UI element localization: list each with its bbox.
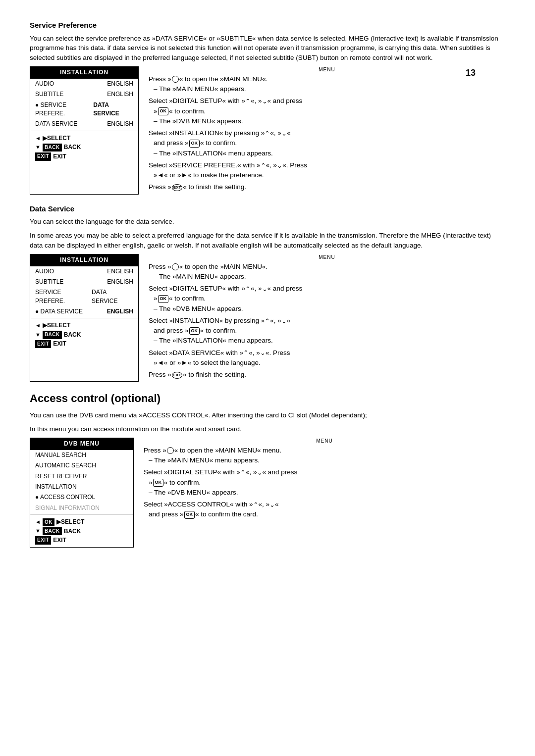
- instr-3-2: Select »DIGITAL SETUP« with »⌃«, »⌄« and…: [144, 467, 505, 498]
- instr-3-3: Select »ACCESS CONTROL« with »⌃«, »⌄« an…: [144, 500, 505, 520]
- data-service-section: Data Service You can select the language…: [30, 203, 505, 382]
- arrow-down-icon-6: ⌄: [260, 348, 266, 358]
- data-service-content: INSTALLATION AUDIO ENGLISH SUBTITLE ENGL…: [30, 254, 505, 382]
- dvb-menu-box: DVB MENU MANUAL SEARCH AUTOMATIC SEARCH …: [30, 438, 134, 548]
- arrow-up-icon-6: ⌃: [243, 348, 249, 358]
- instr-2-3: Select »INSTALLATION« by pressing »⌃«, »…: [149, 316, 505, 346]
- access-control-content: DVB MENU MANUAL SEARCH AUTOMATIC SEARCH …: [30, 438, 505, 548]
- page-number: 13: [466, 66, 476, 79]
- ok-icon-4: OK: [189, 327, 200, 335]
- menu-button-icon-3: [167, 447, 174, 454]
- arrow-down-icon-2: ⌄: [281, 129, 287, 139]
- instr-3-1: Press »« to open the »MAIN MENU« menu. –…: [144, 446, 505, 466]
- instructions-1: MENU Press »« to open the »MAIN MENU«. –…: [149, 66, 505, 194]
- arrow-down-icon-8: ⌄: [269, 500, 275, 510]
- instr-1-1: Press »« to open the »MAIN MENU«. – The …: [149, 74, 505, 95]
- menu-row-data-service-1: DATA SERVICE ENGLISH: [30, 119, 138, 129]
- menu-button-icon-2: [172, 263, 179, 270]
- instr-2-1: Press »« to open the »MAIN MENU«. – The …: [149, 262, 505, 282]
- arrow-down-icon-5: ⌄: [281, 316, 287, 326]
- menu-row-service-pref-2: SERVICE PREFERE. DATA SERVICE: [30, 287, 138, 306]
- instructions-3: MENU Press »« to open the »MAIN MENU« me…: [144, 438, 505, 548]
- data-service-body2: In some areas you may be able to select …: [30, 231, 505, 250]
- arrow-up-icon-1: ⌃: [245, 97, 251, 106]
- service-preference-section: Service Preference You can select the se…: [30, 20, 505, 195]
- instr-1-5: Press »EXT« to finish the setting.: [149, 182, 505, 192]
- instr-2-4: Select »DATA SERVICE« with »⌃«, »⌄«. Pre…: [149, 348, 505, 368]
- access-control-body2: In this menu you can access information …: [30, 424, 505, 434]
- menu-row-data-service-2: ● DATA SERVICE ENGLISH: [30, 306, 138, 317]
- nav-section-1: ◄ ▶SELECT ▼ BACK BACK EXIT EXIT: [30, 132, 138, 163]
- arrow-down-icon-4: ⌄: [262, 284, 268, 294]
- menu-row-subtitle-2: SUBTITLE ENGLISH: [30, 277, 138, 287]
- page-content: Service Preference You can select the se…: [30, 20, 505, 548]
- service-preference-title: Service Preference: [30, 20, 505, 31]
- menu-row-audio-1: AUDIO ENGLISH: [30, 79, 138, 89]
- ok-icon-3: OK: [158, 295, 169, 303]
- arrow-up-icon-5: ⌃: [265, 316, 270, 326]
- menu-row-audio-2: AUDIO ENGLISH: [30, 266, 138, 277]
- menu-row-signal-info: SIGNAL INFORMATION: [30, 503, 133, 513]
- menu-row-access-control: ● ACCESS CONTROL: [30, 492, 133, 503]
- access-control-title: Access control (optional): [30, 391, 505, 406]
- arrow-down-icon-3: ⌄: [277, 161, 282, 171]
- instructions-2: MENU Press »« to open the »MAIN MENU«. –…: [149, 254, 505, 382]
- arrow-up-icon-3: ⌃: [261, 161, 266, 171]
- data-service-body1: You can select the language for the data…: [30, 217, 505, 227]
- arrow-down-icon-7: ⌄: [257, 468, 263, 478]
- menu-button-icon-1: [172, 76, 179, 83]
- menu-header-2: INSTALLATION: [30, 254, 138, 266]
- data-service-title: Data Service: [30, 203, 505, 214]
- menu-row-manual-search: MANUAL SEARCH: [30, 450, 133, 460]
- exit-icon-1: EXT: [172, 184, 183, 191]
- arrow-down-icon-1: ⌄: [262, 97, 268, 106]
- menu-row-service-pref-1: ● SERVICE PREFERE. DATA SERVICE: [30, 100, 138, 119]
- ok-icon-6: OK: [184, 511, 195, 519]
- nav-section-2: ◄ ▶SELECT ▼ BACK BACK EXIT EXIT: [30, 319, 138, 351]
- menu-row-reset: RESET RECEIVER: [30, 471, 133, 482]
- menu-header-1: INSTALLATION: [30, 67, 138, 78]
- installation-menu-2: INSTALLATION AUDIO ENGLISH SUBTITLE ENGL…: [30, 254, 139, 382]
- access-control-section: Access control (optional) You can use th…: [30, 391, 505, 548]
- menu-row-auto-search: AUTOMATIC SEARCH: [30, 460, 133, 471]
- service-preference-content: INSTALLATION AUDIO ENGLISH SUBTITLE ENGL…: [30, 66, 505, 194]
- menu-label-3: MENU: [144, 438, 505, 445]
- ok-icon-2: OK: [189, 140, 200, 148]
- arrow-up-icon-2: ⌃: [265, 129, 270, 139]
- nav-section-3: ◄ OK ▶SELECT ▼ BACK BACK EXIT EXIT: [30, 516, 133, 547]
- menu-label-1: MENU: [149, 66, 505, 74]
- ok-icon-5: OK: [153, 479, 164, 487]
- instr-1-4: Select »SERVICE PREFERE.« with »⌃«, »⌄«.…: [149, 160, 505, 181]
- menu-row-installation: INSTALLATION: [30, 482, 133, 492]
- arrow-up-icon-8: ⌃: [253, 500, 259, 510]
- arrow-up-icon-7: ⌃: [240, 468, 246, 478]
- installation-menu-1: INSTALLATION AUDIO ENGLISH SUBTITLE ENGL…: [30, 66, 139, 194]
- instr-1-2: Select »DIGITAL SETUP« with »⌃«, »⌄« and…: [149, 96, 505, 126]
- ok-icon-1: OK: [158, 107, 169, 115]
- arrow-up-icon-4: ⌃: [245, 284, 251, 294]
- instr-1-3: Select »INSTALLATION« by pressing »⌃«, »…: [149, 128, 505, 158]
- access-control-body1: You can use the DVB card menu via »ACCES…: [30, 410, 505, 420]
- menu-label-2: MENU: [149, 254, 505, 261]
- exit-icon-2: EXT: [172, 372, 183, 379]
- menu-row-subtitle-1: SUBTITLE ENGLISH: [30, 89, 138, 100]
- service-preference-body: You can select the service preference as…: [30, 34, 505, 63]
- dvb-menu-header: DVB MENU: [30, 438, 133, 450]
- instr-2-2: Select »DIGITAL SETUP« with »⌃«, »⌄« and…: [149, 284, 505, 314]
- instr-2-5: Press »EXT« to finish the setting.: [149, 370, 505, 380]
